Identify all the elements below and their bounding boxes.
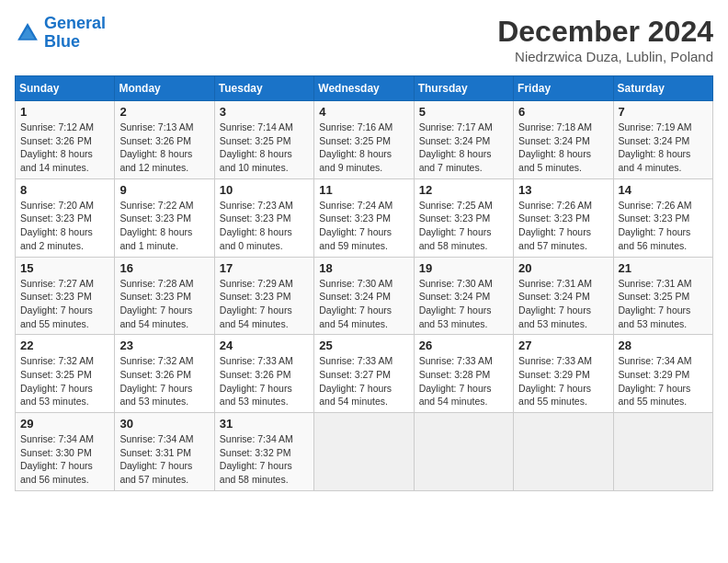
- location-title: Niedrzwica Duza, Lublin, Poland: [497, 49, 713, 64]
- calendar-table: SundayMondayTuesdayWednesdayThursdayFrid…: [15, 75, 713, 491]
- day-info: Sunrise: 7:23 AMSunset: 3:23 PMDaylight:…: [220, 199, 309, 253]
- day-number: 30: [119, 417, 209, 431]
- day-info: Sunrise: 7:33 AMSunset: 3:27 PMDaylight:…: [319, 354, 408, 408]
- logo: General Blue: [15, 15, 106, 52]
- calendar-cell: [613, 413, 712, 491]
- day-info: Sunrise: 7:26 AMSunset: 3:23 PMDaylight:…: [518, 199, 608, 253]
- day-number: 22: [20, 339, 109, 352]
- calendar-cell: 22Sunrise: 7:32 AMSunset: 3:25 PMDayligh…: [16, 335, 115, 413]
- day-number: 12: [419, 183, 508, 197]
- day-info: Sunrise: 7:13 AMSunset: 3:26 PMDaylight:…: [119, 121, 209, 175]
- day-info: Sunrise: 7:33 AMSunset: 3:26 PMDaylight:…: [220, 354, 309, 408]
- month-title: December 2024: [497, 15, 713, 49]
- calendar-cell: 6Sunrise: 7:18 AMSunset: 3:24 PMDaylight…: [514, 101, 613, 179]
- day-number: 26: [419, 339, 508, 352]
- calendar-cell: 5Sunrise: 7:17 AMSunset: 3:24 PMDaylight…: [414, 101, 513, 179]
- calendar-cell: 29Sunrise: 7:34 AMSunset: 3:30 PMDayligh…: [16, 413, 115, 491]
- day-info: Sunrise: 7:26 AMSunset: 3:23 PMDaylight:…: [619, 199, 708, 253]
- day-info: Sunrise: 7:30 AMSunset: 3:24 PMDaylight:…: [319, 277, 408, 331]
- calendar-cell: 31Sunrise: 7:34 AMSunset: 3:32 PMDayligh…: [214, 413, 313, 491]
- calendar-cell: 16Sunrise: 7:28 AMSunset: 3:23 PMDayligh…: [115, 257, 214, 335]
- day-number: 17: [220, 261, 309, 275]
- calendar-cell: 1Sunrise: 7:12 AMSunset: 3:26 PMDaylight…: [16, 101, 115, 179]
- day-number: 16: [119, 261, 209, 275]
- logo-icon: [15, 20, 40, 46]
- day-info: Sunrise: 7:32 AMSunset: 3:26 PMDaylight:…: [119, 354, 209, 408]
- day-number: 4: [319, 105, 408, 119]
- day-number: 6: [518, 105, 608, 119]
- weekday-header-tuesday: Tuesday: [214, 76, 313, 101]
- day-info: Sunrise: 7:17 AMSunset: 3:24 PMDaylight:…: [419, 121, 508, 175]
- calendar-cell: 26Sunrise: 7:33 AMSunset: 3:28 PMDayligh…: [414, 335, 513, 413]
- day-number: 27: [518, 339, 608, 352]
- day-number: 2: [119, 105, 209, 119]
- day-number: 9: [119, 183, 209, 197]
- day-number: 19: [419, 261, 508, 275]
- calendar-cell: 25Sunrise: 7:33 AMSunset: 3:27 PMDayligh…: [314, 335, 414, 413]
- day-info: Sunrise: 7:24 AMSunset: 3:23 PMDaylight:…: [319, 199, 408, 253]
- calendar-week-5: 29Sunrise: 7:34 AMSunset: 3:30 PMDayligh…: [16, 413, 713, 491]
- calendar-cell: 28Sunrise: 7:34 AMSunset: 3:29 PMDayligh…: [613, 335, 712, 413]
- day-info: Sunrise: 7:16 AMSunset: 3:25 PMDaylight:…: [319, 121, 408, 175]
- calendar-cell: 17Sunrise: 7:29 AMSunset: 3:23 PMDayligh…: [214, 257, 313, 335]
- day-number: 31: [220, 417, 309, 431]
- calendar-cell: [314, 413, 414, 491]
- day-info: Sunrise: 7:22 AMSunset: 3:23 PMDaylight:…: [119, 199, 209, 253]
- day-number: 29: [20, 417, 109, 431]
- day-number: 24: [220, 339, 309, 352]
- day-number: 14: [619, 183, 708, 197]
- calendar-cell: 20Sunrise: 7:31 AMSunset: 3:24 PMDayligh…: [514, 257, 613, 335]
- day-info: Sunrise: 7:28 AMSunset: 3:23 PMDaylight:…: [119, 277, 209, 331]
- day-info: Sunrise: 7:27 AMSunset: 3:23 PMDaylight:…: [20, 277, 109, 331]
- logo-line1: General: [44, 14, 106, 32]
- calendar-cell: 4Sunrise: 7:16 AMSunset: 3:25 PMDaylight…: [314, 101, 414, 179]
- day-info: Sunrise: 7:33 AMSunset: 3:28 PMDaylight:…: [419, 354, 508, 408]
- logo-line2: Blue: [44, 32, 80, 51]
- calendar-cell: 2Sunrise: 7:13 AMSunset: 3:26 PMDaylight…: [115, 101, 214, 179]
- day-info: Sunrise: 7:34 AMSunset: 3:31 PMDaylight:…: [119, 432, 209, 487]
- calendar-cell: 13Sunrise: 7:26 AMSunset: 3:23 PMDayligh…: [514, 178, 613, 257]
- day-info: Sunrise: 7:33 AMSunset: 3:29 PMDaylight:…: [518, 354, 608, 408]
- day-number: 23: [119, 339, 209, 352]
- calendar-cell: 9Sunrise: 7:22 AMSunset: 3:23 PMDaylight…: [115, 178, 214, 257]
- calendar-cell: 11Sunrise: 7:24 AMSunset: 3:23 PMDayligh…: [314, 178, 414, 257]
- weekday-header-wednesday: Wednesday: [314, 76, 414, 101]
- calendar-cell: 15Sunrise: 7:27 AMSunset: 3:23 PMDayligh…: [16, 257, 115, 335]
- calendar-week-4: 22Sunrise: 7:32 AMSunset: 3:25 PMDayligh…: [16, 335, 713, 413]
- day-number: 5: [419, 105, 508, 119]
- day-number: 15: [20, 261, 109, 275]
- day-info: Sunrise: 7:30 AMSunset: 3:24 PMDaylight:…: [419, 277, 508, 331]
- calendar-cell: 18Sunrise: 7:30 AMSunset: 3:24 PMDayligh…: [314, 257, 414, 335]
- day-number: 28: [619, 339, 708, 352]
- calendar-cell: 10Sunrise: 7:23 AMSunset: 3:23 PMDayligh…: [214, 178, 313, 257]
- day-number: 3: [220, 105, 309, 119]
- day-info: Sunrise: 7:34 AMSunset: 3:32 PMDaylight:…: [220, 432, 309, 487]
- calendar-cell: 3Sunrise: 7:14 AMSunset: 3:25 PMDaylight…: [214, 101, 313, 179]
- day-number: 7: [619, 105, 708, 119]
- day-info: Sunrise: 7:31 AMSunset: 3:25 PMDaylight:…: [619, 277, 708, 331]
- calendar-cell: 24Sunrise: 7:33 AMSunset: 3:26 PMDayligh…: [214, 335, 313, 413]
- day-info: Sunrise: 7:32 AMSunset: 3:25 PMDaylight:…: [20, 354, 109, 408]
- page-header: General Blue December 2024 Niedrzwica Du…: [15, 15, 713, 64]
- calendar-cell: 27Sunrise: 7:33 AMSunset: 3:29 PMDayligh…: [514, 335, 613, 413]
- calendar-body: 1Sunrise: 7:12 AMSunset: 3:26 PMDaylight…: [16, 101, 713, 491]
- weekday-header-friday: Friday: [514, 76, 613, 101]
- calendar-cell: 14Sunrise: 7:26 AMSunset: 3:23 PMDayligh…: [613, 178, 712, 257]
- day-info: Sunrise: 7:34 AMSunset: 3:30 PMDaylight:…: [20, 432, 109, 487]
- day-info: Sunrise: 7:14 AMSunset: 3:25 PMDaylight:…: [220, 121, 309, 175]
- calendar-cell: 23Sunrise: 7:32 AMSunset: 3:26 PMDayligh…: [115, 335, 214, 413]
- title-block: December 2024 Niedrzwica Duza, Lublin, P…: [497, 15, 713, 64]
- calendar-cell: [514, 413, 613, 491]
- calendar-cell: 12Sunrise: 7:25 AMSunset: 3:23 PMDayligh…: [414, 178, 513, 257]
- day-number: 11: [319, 183, 408, 197]
- day-info: Sunrise: 7:25 AMSunset: 3:23 PMDaylight:…: [419, 199, 508, 253]
- calendar-header-row: SundayMondayTuesdayWednesdayThursdayFrid…: [16, 76, 713, 101]
- day-number: 25: [319, 339, 408, 352]
- day-number: 13: [518, 183, 608, 197]
- logo-text: General Blue: [44, 15, 106, 52]
- day-number: 21: [619, 261, 708, 275]
- calendar-cell: 7Sunrise: 7:19 AMSunset: 3:24 PMDaylight…: [613, 101, 712, 179]
- weekday-header-sunday: Sunday: [16, 76, 115, 101]
- day-number: 10: [220, 183, 309, 197]
- calendar-cell: 21Sunrise: 7:31 AMSunset: 3:25 PMDayligh…: [613, 257, 712, 335]
